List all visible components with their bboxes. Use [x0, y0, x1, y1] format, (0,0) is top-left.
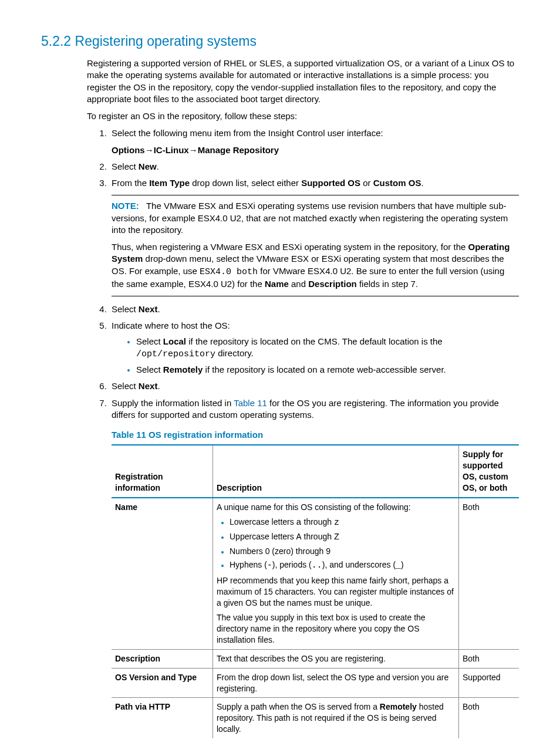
step-3: From the Item Type drop down list, selec…	[109, 177, 519, 296]
menu-iclinux: IC-Linux	[154, 145, 189, 155]
nb4-pre: Hyphens (	[230, 560, 267, 569]
menu-manage: Manage Repository	[198, 145, 279, 155]
b1-post: directory.	[215, 348, 254, 358]
note-p2-d: fields in step 7.	[357, 279, 418, 289]
step-5-sublist: Select Local if the repository is locate…	[112, 336, 519, 376]
step-6: Select Next.	[109, 380, 519, 392]
step-3-b2: Supported OS	[301, 178, 360, 188]
name-desc-p2: HP recommends that you keep this name fa…	[217, 575, 454, 609]
row-name-supply: Both	[459, 498, 519, 649]
step-6-pre: Select	[112, 381, 139, 391]
step-2-bold: New	[139, 161, 157, 171]
step-3-mid: drop down list, select either	[190, 178, 301, 188]
intro-paragraph-1: Registering a supported version of RHEL …	[87, 58, 519, 105]
intro-paragraph-2: To register an OS in the repository, fol…	[87, 110, 519, 122]
steps-list: Select the following menu item from the …	[87, 127, 519, 738]
step-1-text: Select the following menu item from the …	[112, 128, 383, 138]
table-row: Name A unique name for this OS consistin…	[112, 498, 519, 649]
nb4-c3: _	[396, 561, 401, 571]
name-desc-intro: A unique name for this OS consisting of …	[217, 502, 454, 513]
step-2-post: .	[157, 161, 159, 171]
row-osver-desc: From the drop down list, select the OS t…	[213, 668, 459, 698]
nb4-c1: -	[267, 561, 272, 571]
name-bullet-1: Lowercase letters a through z	[230, 517, 454, 529]
b2-pre: Select	[136, 364, 163, 374]
note-label: NOTE:	[112, 201, 139, 211]
nb1-c2: z	[334, 518, 339, 528]
step-3-b1: Item Type	[149, 178, 190, 188]
step-4: Select Next.	[109, 303, 519, 315]
b1-mid: if the repository is located on the CMS.…	[186, 336, 443, 346]
b2-bold: Remotely	[163, 364, 203, 374]
name-bullet-4: Hyphens (-), periods (..), and underscor…	[230, 559, 454, 572]
step-5-text: Indicate where to host the OS:	[112, 320, 230, 330]
b2-post: if the repository is located on a remote…	[203, 364, 446, 374]
nb1-mid: through	[302, 517, 334, 526]
path-bold: Remotely	[380, 702, 417, 711]
name-bullet-3: Numbers 0 (zero) through 9	[230, 546, 454, 557]
step-6-bold: Next	[139, 381, 158, 391]
step-3-post: .	[421, 178, 423, 188]
step-3-pre: From the	[112, 178, 149, 188]
step-3-b3: Custom OS	[373, 178, 421, 188]
note-p2-b3: Description	[308, 279, 357, 289]
name-bullet-2: Uppercase letters A through Z	[230, 531, 454, 544]
th-description: Description	[213, 445, 459, 498]
step-2-pre: Select	[112, 161, 139, 171]
b1-bold: Local	[163, 336, 186, 346]
nb2-c1: A	[296, 532, 302, 542]
row-osver-supply: Supported	[459, 668, 519, 698]
step-4-post: .	[157, 304, 160, 314]
note-block: NOTE: The VMware ESX and ESXi operating …	[112, 195, 519, 296]
row-desc-supply: Both	[459, 649, 519, 668]
row-osver-label: OS Version and Type	[112, 668, 213, 698]
step-5: Indicate where to host the OS: Select Lo…	[109, 320, 519, 376]
nb1-pre: Lowercase letters	[230, 517, 296, 526]
note-p2-and: and	[289, 279, 308, 289]
step-2: Select New.	[109, 161, 519, 173]
menu-path: Options→IC-Linux→Manage Repository	[112, 144, 519, 156]
step-1: Select the following menu item from the …	[109, 127, 519, 156]
nb3-pre: Numbers 0 (zero) through 9	[230, 546, 330, 556]
row-name-label: Name	[112, 498, 213, 649]
step-7: Supply the information listed in Table 1…	[109, 397, 519, 739]
note-p2-b2: Name	[265, 279, 289, 289]
nb2-pre: Uppercase letters	[230, 532, 296, 541]
menu-options: Options	[112, 145, 145, 155]
row-path-supply: Both	[459, 698, 519, 738]
nb2-c2: Z	[334, 532, 339, 542]
th-supply: Supply for supported OS, custom OS, or b…	[459, 445, 519, 498]
nb4-c2: ..	[312, 561, 322, 571]
nb1-c1: a	[296, 518, 302, 528]
step-7-pre: Supply the information listed in	[112, 398, 234, 408]
note-code: ESX4.0 both	[200, 267, 258, 277]
path-pre: Supply a path when the OS is served from…	[217, 702, 380, 711]
table-row: Path via HTTP Supply a path when the OS …	[112, 698, 519, 738]
row-path-label: Path via HTTP	[112, 698, 213, 738]
table-11-link[interactable]: Table 11	[234, 398, 267, 408]
table-caption: Table 11 OS registration information	[112, 429, 519, 441]
th-registration: Registration information	[112, 445, 213, 498]
step-4-bold: Next	[139, 304, 158, 314]
note-p2-a: Thus, when registering a VMware ESX and …	[112, 242, 468, 252]
step-6-post: .	[157, 381, 160, 391]
nb4-mid: ), periods (	[272, 560, 312, 569]
note-p1: The VMware ESX and ESXi operating system…	[112, 201, 508, 235]
row-desc-label: Description	[112, 649, 213, 668]
row-path-desc: Supply a path when the OS is served from…	[213, 698, 459, 738]
step-3-or: or	[360, 178, 373, 188]
table-row: Description Text that describes the OS y…	[112, 649, 519, 668]
step-5-bullet-2: Select Remotely if the repository is loc…	[136, 364, 519, 376]
b1-code: /opt/repository	[136, 349, 215, 359]
b1-pre: Select	[136, 336, 163, 346]
nb2-mid: through	[302, 532, 334, 541]
step-5-bullet-1: Select Local if the repository is locate…	[136, 336, 519, 361]
name-desc-p3: The value you supply in this text box is…	[217, 612, 454, 646]
row-name-desc: A unique name for this OS consisting of …	[213, 498, 459, 649]
table-row: OS Version and Type From the drop down l…	[112, 668, 519, 698]
row-desc-desc: Text that describes the OS you are regis…	[213, 649, 459, 668]
nb4-post: ), and underscores (	[322, 560, 396, 569]
step-4-pre: Select	[112, 304, 139, 314]
name-bullets: Lowercase letters a through z Uppercase …	[217, 517, 454, 572]
section-heading: 5.2.2 Registering operating systems	[41, 32, 519, 50]
